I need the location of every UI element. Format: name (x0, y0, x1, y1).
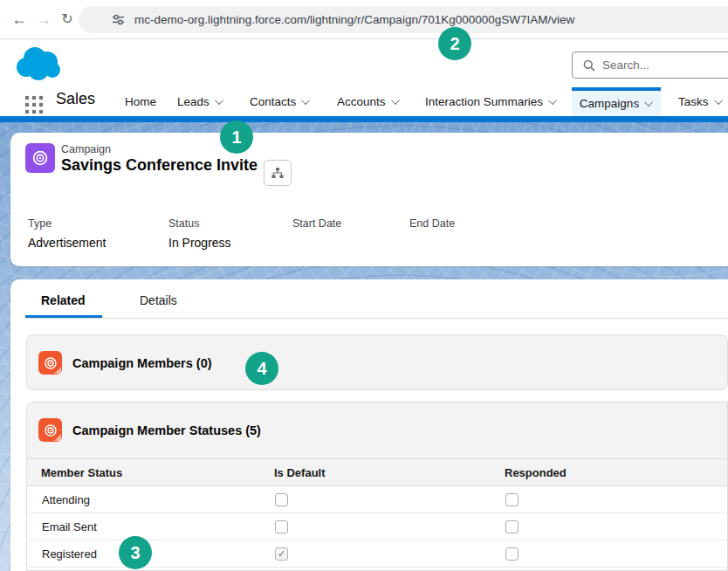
nav-item-campaigns[interactable]: Campaigns (572, 87, 661, 116)
campaign-member-statuses-title[interactable]: Campaign Member Statuses (5) (72, 402, 261, 458)
nav-item-accounts[interactable]: Accounts (337, 87, 400, 116)
browser-forward-icon[interactable]: → (32, 8, 55, 31)
chevron-down-icon (548, 96, 557, 105)
column-responded[interactable]: Responded (505, 459, 567, 486)
record-header-card: Campaign Savings Conference Invite Type … (10, 133, 728, 266)
annotation-3: 3 (119, 536, 152, 569)
search-placeholder: Search... (602, 58, 649, 72)
is-default-checkbox[interactable] (275, 493, 288, 506)
table-row: Attending (28, 486, 728, 513)
responded-checkbox[interactable] (505, 520, 519, 533)
nav-item-leads[interactable]: Leads (177, 87, 223, 116)
folded-corner (54, 434, 61, 441)
is-default-checkbox[interactable] (275, 520, 288, 533)
campaign-members-icon (38, 418, 62, 442)
chevron-down-icon (391, 96, 400, 105)
column-is-default[interactable]: Is Default (274, 459, 326, 486)
is-default-checkbox[interactable]: ✓ (275, 547, 288, 561)
field-status: Status In Progress (168, 217, 231, 250)
responded-checkbox[interactable] (505, 493, 519, 506)
member-status-cell: Attending (42, 486, 90, 513)
field-type: Type Advertisement (28, 217, 106, 250)
chevron-down-icon (644, 98, 653, 107)
campaign-members-title[interactable]: Campaign Members (0) (72, 335, 212, 391)
entity-label: Campaign (61, 143, 111, 155)
browser-reload-icon[interactable]: ↻ (56, 8, 79, 31)
table-header-row: Member Status Is Default Responded (27, 459, 727, 486)
salesforce-logo-icon[interactable] (11, 44, 64, 87)
member-status-cell: Registered (42, 540, 97, 568)
nav-item-tasks[interactable]: Tasks (678, 87, 723, 116)
campaign-members-icon (38, 351, 62, 375)
folded-corner (54, 367, 61, 374)
app-launcher-icon[interactable] (24, 95, 44, 114)
nav-accent-strip (0, 116, 728, 122)
tab-related[interactable]: Related (41, 293, 86, 307)
nav-item-contacts[interactable]: Contacts (250, 87, 310, 116)
annotation-4: 4 (245, 352, 278, 385)
app-nav-bar: Sales Home Leads Contacts Accounts Inter… (0, 87, 728, 116)
annotation-2: 2 (438, 27, 471, 60)
tab-divider (26, 318, 728, 319)
annotation-1: 1 (220, 120, 253, 154)
screen: ← → ↻ mc-demo-org.lightning.force.com/li… (0, 0, 728, 571)
global-search-input[interactable]: Search... (572, 52, 728, 79)
browser-back-icon[interactable]: ← (8, 8, 31, 31)
nav-item-interaction-summaries[interactable]: Interaction Summaries (425, 87, 557, 116)
statuses-card-header: Campaign Member Statuses (5) (27, 402, 727, 459)
url-text[interactable]: mc-demo-org.lightning.force.com/lightnin… (134, 13, 574, 26)
address-bar[interactable]: mc-demo-org.lightning.force.com/lightnin… (79, 6, 728, 33)
campaign-members-card: Campaign Members (0) (26, 334, 728, 390)
hierarchy-icon (271, 167, 284, 179)
field-end-date: End Date (409, 217, 455, 236)
nav-item-home[interactable]: Home (125, 87, 156, 116)
campaign-hierarchy-button[interactable] (264, 160, 292, 186)
app-name[interactable]: Sales (56, 90, 95, 108)
site-info-icon[interactable] (112, 13, 125, 26)
responded-checkbox[interactable] (505, 547, 519, 561)
member-status-cell: Email Sent (42, 513, 97, 540)
chevron-down-icon (301, 96, 310, 105)
browser-toolbar: ← → ↻ mc-demo-org.lightning.force.com/li… (0, 0, 728, 39)
chevron-down-icon (714, 96, 723, 105)
search-icon (583, 59, 595, 72)
global-header: Search... (0, 40, 728, 87)
record-title: Savings Conference Invite (61, 156, 258, 175)
record-body-card: Related Details Campaign Members (0) (10, 279, 728, 571)
chevron-down-icon (215, 96, 223, 105)
campaign-object-icon (25, 143, 55, 173)
tab-details[interactable]: Details (140, 293, 177, 307)
column-member-status[interactable]: Member Status (41, 459, 122, 486)
field-start-date: Start Date (292, 217, 341, 236)
